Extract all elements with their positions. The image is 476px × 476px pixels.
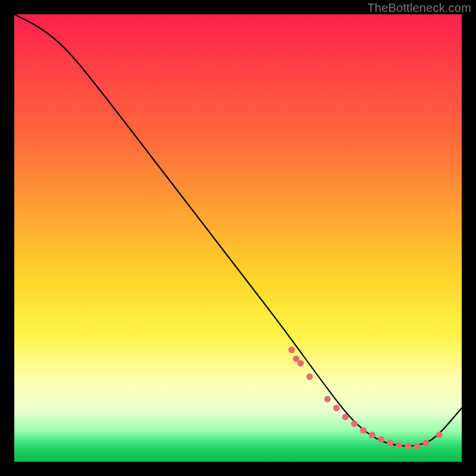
marker-dot [289,347,295,353]
marker-dot [293,356,299,362]
marker-dot [333,405,340,411]
marker-dot [387,440,393,446]
marker-dot [351,421,358,427]
marker-dot [422,440,429,446]
plot-area [14,14,462,462]
curve-layer [14,14,462,462]
marker-dot [324,396,331,402]
marker-dot [369,431,375,438]
marker-dot [378,436,384,443]
marker-dot [306,374,313,380]
marker-dot [405,443,411,449]
chart-frame: TheBottleneck.com [0,0,476,476]
marker-dot [396,442,402,449]
marker-dot [360,427,367,434]
marker-dot [436,431,443,438]
marker-dot [342,414,349,420]
marker-dot [414,443,420,449]
bottleneck-curve [14,14,462,446]
watermark-text: TheBottleneck.com [367,1,471,15]
marker-dot [298,360,304,367]
marker-dots [289,347,443,450]
